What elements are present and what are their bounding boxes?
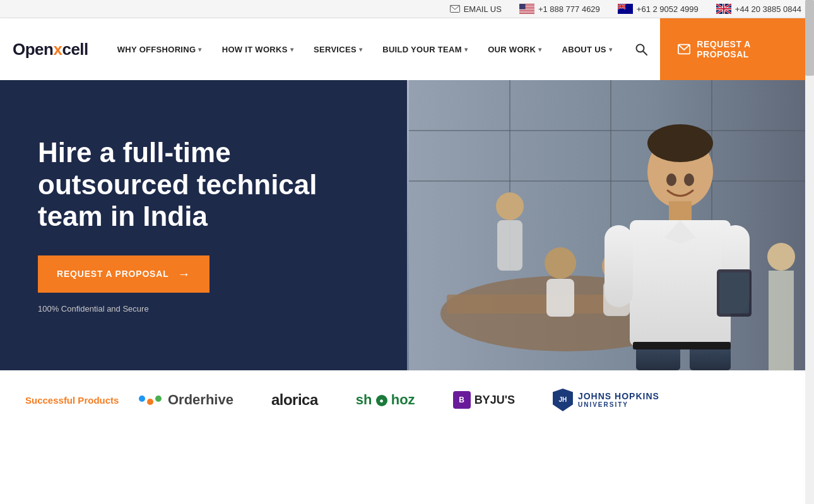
- chevron-down-icon: ▾: [609, 46, 612, 53]
- email-icon: [450, 5, 460, 13]
- chevron-down-icon: ▾: [464, 46, 468, 53]
- johns-hopkins-name: JOHNS HOPKINS: [578, 391, 659, 402]
- svg-rect-27: [716, 8, 731, 9]
- hero-section: Hire a full-time outsourced technical te…: [0, 80, 814, 370]
- svg-rect-55: [605, 225, 633, 307]
- office-photo: [409, 80, 813, 370]
- hero-cta-button[interactable]: REQUEST A PROPOSAL →: [38, 255, 209, 293]
- svg-rect-41: [497, 220, 522, 271]
- phone-au-number: +61 2 9052 4999: [637, 4, 699, 14]
- johns-hopkins-text: JOHNS HOPKINS UNIVERSITY: [578, 391, 659, 409]
- svg-point-42: [545, 247, 576, 279]
- svg-point-48: [767, 243, 795, 271]
- arrow-right-icon: →: [178, 267, 191, 281]
- clients-label: Successful Products: [25, 395, 139, 406]
- dot-blue: [139, 396, 145, 402]
- dot-orange: [147, 399, 153, 405]
- orderhive-text: Orderhive: [168, 392, 233, 408]
- byju-icon: B: [453, 391, 471, 409]
- dot-green: [155, 396, 162, 402]
- svg-rect-8: [519, 4, 526, 9]
- hero-image: [407, 80, 814, 370]
- svg-rect-6: [519, 11, 534, 11]
- envelope-icon: [678, 44, 690, 55]
- uk-flag-icon: [716, 4, 731, 14]
- search-icon: [635, 43, 647, 56]
- alorica-text: alorica: [271, 391, 318, 409]
- nav-item-how-it-works[interactable]: HOW IT WORKS ▾: [212, 18, 304, 80]
- nav-item-build-your-team[interactable]: BUILD YOUR TEAM ▾: [372, 18, 478, 80]
- chevron-down-icon: ▾: [359, 46, 362, 53]
- client-orderhive: Orderhive: [139, 392, 233, 408]
- svg-rect-43: [546, 279, 574, 317]
- johns-hopkins-shield-icon: JH: [553, 389, 573, 411]
- navbar: Openxcell WHY OFFSHORING ▾ HOW IT WORKS …: [0, 18, 814, 80]
- hero-left: Hire a full-time outsourced technical te…: [0, 80, 407, 370]
- nav-item-services[interactable]: SERVICES ▾: [304, 18, 372, 80]
- email-label: EMAIL US: [464, 4, 502, 14]
- svg-point-28: [637, 45, 644, 52]
- shohoz-text: sh ● hoz: [356, 392, 415, 408]
- request-proposal-button[interactable]: REQUEST A PROPOSAL: [660, 18, 814, 80]
- client-johns-hopkins: JH JOHNS HOPKINS UNIVERSITY: [553, 389, 659, 411]
- hero-cta-label: REQUEST A PROPOSAL: [57, 269, 169, 279]
- scrollbar-thumb[interactable]: [805, 0, 814, 76]
- hero-title: Hire a full-time outsourced technical te…: [38, 137, 369, 233]
- cta-label: REQUEST A PROPOSAL: [697, 39, 796, 59]
- au-flag-icon: [618, 4, 633, 14]
- svg-rect-52: [669, 201, 692, 220]
- svg-rect-49: [769, 271, 794, 370]
- shohoz-o-icon: ●: [376, 395, 387, 406]
- svg-line-29: [644, 52, 647, 56]
- hero-bg: [407, 80, 814, 370]
- client-shohoz: sh ● hoz: [356, 392, 415, 408]
- us-flag-icon: [519, 4, 534, 14]
- svg-rect-61: [633, 342, 731, 349]
- search-button[interactable]: [622, 43, 660, 56]
- nav-item-why-offshoring[interactable]: WHY OFFSHORING ▾: [107, 18, 212, 80]
- phone-au[interactable]: +61 2 9052 4999: [618, 4, 699, 14]
- chevron-down-icon: ▾: [538, 46, 541, 53]
- hero-note: 100% Confidential and Secure: [38, 304, 369, 314]
- client-byjus: B BYJU'S: [453, 391, 515, 409]
- svg-point-40: [496, 192, 524, 220]
- phone-uk-number: +44 20 3885 0844: [735, 4, 801, 14]
- svg-point-62: [666, 173, 676, 186]
- johns-hopkins-subtitle: UNIVERSITY: [578, 401, 659, 409]
- svg-rect-7: [519, 13, 534, 13]
- svg-rect-58: [719, 273, 749, 314]
- scrollbar-track[interactable]: [805, 0, 814, 429]
- phone-us[interactable]: +1 888 777 4629: [519, 4, 600, 14]
- clients-bar: Successful Products Orderhive alorica sh…: [0, 370, 814, 429]
- phone-us-number: +1 888 777 4629: [538, 4, 600, 14]
- nav-item-our-work[interactable]: OUR WORK ▾: [478, 18, 552, 80]
- nav-item-about-us[interactable]: ABOUT US ▾: [552, 18, 623, 80]
- svg-rect-5: [519, 9, 534, 10]
- chevron-down-icon: ▾: [290, 46, 293, 53]
- logo-area[interactable]: Openxcell: [0, 18, 107, 80]
- chevron-down-icon: ▾: [198, 46, 201, 53]
- svg-point-51: [647, 124, 713, 162]
- orderhive-dots: [139, 396, 162, 405]
- svg-point-63: [684, 173, 694, 186]
- client-alorica: alorica: [271, 391, 318, 409]
- nav-links: WHY OFFSHORING ▾ HOW IT WORKS ▾ SERVICES…: [107, 18, 660, 80]
- logo[interactable]: Openxcell: [13, 40, 88, 59]
- clients-logos: Orderhive alorica sh ● hoz B BYJU'S JH J…: [139, 389, 789, 411]
- byju-text: BYJU'S: [475, 394, 515, 407]
- top-bar: EMAIL US +1 888 777 4629: [0, 0, 814, 18]
- email-contact[interactable]: EMAIL US: [450, 4, 502, 14]
- phone-uk[interactable]: +44 20 3885 0844: [716, 4, 801, 14]
